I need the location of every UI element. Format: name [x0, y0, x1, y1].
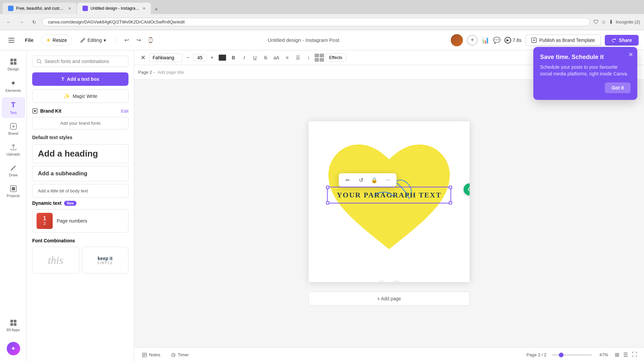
notification-close-button[interactable]: ✕ [628, 51, 633, 58]
redo-button[interactable]: ↪ [133, 35, 144, 46]
search-input[interactable] [45, 59, 124, 64]
tab2-close[interactable]: ✕ [143, 6, 146, 11]
canvas-main[interactable]: YOUR PARAGRAPH TEXT ✏ ↺ 🔒 ··· G [134, 80, 644, 347]
undo-button[interactable]: ↩ [121, 35, 132, 46]
sidebar-item-text[interactable]: T Text [2, 97, 25, 118]
editing-label: Editing [88, 38, 102, 43]
share-button[interactable]: Share [605, 35, 639, 46]
page-numbers-item[interactable]: 1 2 Page numbers [32, 209, 128, 233]
spacing-button[interactable]: ↕ [304, 53, 313, 62]
sidebar-item-projects[interactable]: Projects [2, 182, 25, 201]
download-icon[interactable]: ⬇ [609, 19, 613, 25]
sidebar-item-design[interactable]: Design [2, 54, 25, 74]
magic-button[interactable]: ✦ [7, 342, 20, 355]
browser-actions: 🛡 ☆ ⬇ Incognito (2) [593, 19, 640, 25]
list-view-button[interactable]: ☰ [622, 350, 629, 359]
font-combinations-title: Font Combinations [32, 238, 128, 243]
editing-button[interactable]: Editing ▾ [76, 36, 110, 45]
text-icon: T [11, 101, 15, 109]
body-style-item[interactable]: Add a little bit of body text [32, 184, 128, 198]
font-combo-card-1[interactable]: this [32, 247, 79, 274]
textbox-icon: T [61, 76, 64, 82]
handle-tl[interactable] [326, 186, 329, 189]
float-edit-btn[interactable]: ✏ [343, 175, 352, 185]
expand-handle[interactable]: + [392, 281, 401, 282]
handle-tr[interactable] [449, 186, 452, 189]
search-bar [32, 56, 128, 67]
grid-view-button[interactable]: ⊞ [613, 350, 621, 359]
strikethrough-button[interactable]: S [261, 53, 270, 62]
italic-button[interactable]: I [239, 53, 249, 62]
avatar[interactable] [451, 34, 463, 46]
tab1-close[interactable]: ✕ [68, 6, 71, 11]
menu-button[interactable] [5, 34, 17, 46]
rotate-handle[interactable]: ↺ [377, 281, 386, 282]
add-textbox-button[interactable]: T Add a text box [32, 72, 128, 86]
zoom-slider[interactable] [552, 354, 592, 356]
subheading-style-item[interactable]: Add a subheading [32, 166, 128, 181]
address-text: canva.com/design/DAGVwk84gKQ/2TWv0K2DrCA… [48, 19, 185, 24]
bookmark-icon[interactable]: ☆ [601, 19, 606, 25]
canvas-text-content: YOUR PARAGRAPH TEXT [337, 191, 441, 199]
comments-button[interactable]: 💬 [493, 37, 500, 44]
canvas-text-selected[interactable]: YOUR PARAGRAPH TEXT [327, 187, 451, 203]
file-button[interactable]: File [21, 35, 37, 45]
notification-popup: ✕ Save time. Schedule it Schedule your p… [533, 47, 637, 100]
resize-button[interactable]: ★ Resize [41, 35, 72, 46]
sidebar-item-uploads[interactable]: Uploads [2, 140, 25, 160]
float-more-btn[interactable]: ··· [383, 175, 392, 185]
list-button[interactable]: ☰ [293, 53, 303, 62]
page-title-input[interactable]: Add page title [157, 70, 184, 75]
heading-style-item[interactable]: Add a heading [32, 144, 128, 163]
font-combo-card-2[interactable]: keep it SIMPLE [82, 247, 129, 274]
canvas-page[interactable]: YOUR PARAGRAPH TEXT ✏ ↺ 🔒 ··· G [309, 121, 470, 282]
address-bar[interactable]: canva.com/design/DAGVwk84gKQ/2TWv0K2DrCA… [42, 18, 590, 26]
add-brand-fonts[interactable]: Add your brand fonts [32, 117, 128, 129]
sidebar-item-apps[interactable]: 89 Apps [2, 316, 25, 335]
play-icon: ▶ [504, 37, 511, 44]
decrease-font-size-button[interactable]: − [184, 54, 192, 62]
brand-kit-edit-link[interactable]: Edit [121, 109, 128, 114]
font-size-input[interactable] [193, 54, 207, 61]
browser-tab-1[interactable]: Free, beautiful, and customizabl... ✕ [3, 3, 76, 14]
case-button[interactable]: aA [272, 53, 281, 62]
float-rotate-btn[interactable]: ↺ [356, 175, 366, 185]
handle-br[interactable] [449, 201, 452, 204]
notes-button[interactable]: Notes [140, 351, 163, 359]
publish-brand-template-button[interactable]: Publish as Brand Template [526, 35, 601, 46]
close-text-edit-button[interactable]: ✕ [138, 53, 148, 62]
tab1-favicon [8, 6, 13, 11]
present-button[interactable]: ▶ 7.8s [504, 37, 521, 44]
increase-font-size-button[interactable]: + [208, 54, 216, 62]
float-lock-btn[interactable]: 🔒 [370, 175, 379, 185]
history-button[interactable]: ⌚ [145, 35, 156, 46]
sidebar-item-draw[interactable]: Draw [2, 161, 25, 180]
sidebar-item-elements[interactable]: ✦ Elements [2, 76, 25, 96]
elements-icon: ✦ [10, 79, 16, 87]
forward-button[interactable]: → [17, 17, 26, 27]
add-collaborator-button[interactable]: + [467, 35, 478, 46]
text-color-button[interactable] [219, 55, 226, 61]
share-label: Share [619, 38, 632, 43]
browser-tab-2[interactable]: Untitled design - Instagram Po... ✕ [77, 3, 151, 14]
design-icon [9, 58, 17, 66]
analytics-button[interactable]: 📊 [482, 37, 489, 44]
bold-button[interactable]: B [229, 53, 238, 62]
svg-rect-10 [12, 187, 15, 190]
sidebar-item-brand[interactable]: Brand [2, 119, 25, 139]
add-page-button[interactable]: + Add page [309, 292, 470, 306]
timer-button[interactable]: Timer [168, 351, 192, 359]
refresh-button[interactable]: ↻ [30, 17, 39, 27]
magic-write-button[interactable]: ✨ Magic Write [32, 89, 128, 103]
effects-button[interactable]: Effects [325, 53, 346, 62]
fullscreen-button[interactable]: ⛶ [631, 350, 639, 359]
underline-button[interactable]: U [250, 53, 260, 62]
back-button[interactable]: ← [4, 17, 13, 27]
font-selector[interactable]: Fahkwang [149, 53, 182, 62]
handle-bl[interactable] [326, 201, 329, 204]
new-tab-button[interactable]: + [152, 5, 161, 14]
projects-icon [10, 185, 17, 192]
page-label: Page 2 - [138, 70, 155, 75]
got-it-button[interactable]: Got it [605, 82, 631, 93]
align-button[interactable]: ≡ [282, 53, 292, 62]
